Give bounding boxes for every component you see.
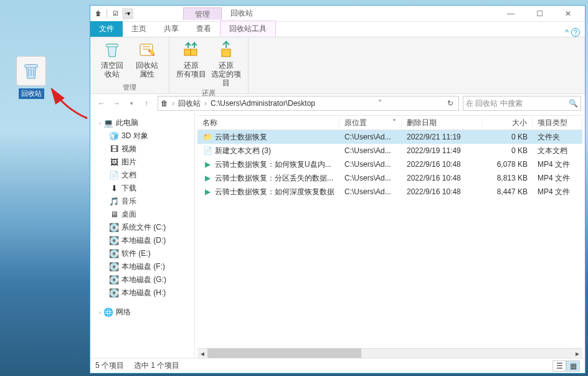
nav-recent-button[interactable]: ▾ [124,96,139,111]
tree-node[interactable]: 💽系统文件 (C:) [90,221,194,234]
recycle-bin-label: 回收站 [19,88,44,99]
tree-node-icon: ⬇ [109,184,119,194]
breadcrumb[interactable]: 回收站 [178,98,201,109]
table-row[interactable]: ▶云骑士数据恢复：分区丢失的数据...C:\Users\Ad...2022/9/… [197,171,582,185]
address-icon: 🗑 [161,99,168,108]
tree-node-label: 本地磁盘 (H:) [121,288,166,298]
file-list: 名称 原位置 ˅ 删除日期 大小 项目类型 📁云骑士数据恢复C:\Users\A… [195,113,585,358]
tree-node-label: 桌面 [121,209,136,220]
tree-node-label: 软件 (E:) [121,248,151,259]
tree-node-icon: 🎞 [109,144,119,154]
tree-node-label: 此电脑 [116,118,138,128]
tree-node-label: 图片 [121,157,136,167]
tree-node[interactable]: ›🌐网络 [90,306,194,319]
col-orig[interactable]: 原位置 ˅ [339,118,402,128]
refresh-button[interactable]: ↻ [445,99,456,108]
tree-node-label: 音乐 [121,196,136,207]
table-row[interactable]: 📄新建文本文档 (3)C:\Users\Ad...2022/9/19 11:49… [197,144,582,157]
address-dropdown[interactable]: ˅ [376,99,384,108]
nav-back-button[interactable]: ← [94,96,109,111]
tree-node-icon: 💽 [109,275,119,285]
table-row[interactable]: ▶云骑士数据恢复：如何恢复U盘内...C:\Users\Ad...2022/9/… [197,157,582,171]
file-icon: ▶ [202,173,212,183]
tree-node-label: 系统文件 (C:) [121,222,166,233]
tree-node[interactable]: 💽本地磁盘 (F:) [90,260,194,273]
tree-node[interactable]: 💽本地磁盘 (G:) [90,273,194,286]
column-headers: 名称 原位置 ˅ 删除日期 大小 项目类型 [197,115,582,130]
tree-node-icon: 🖼 [109,157,119,167]
status-count: 5 个项目 [95,360,124,371]
tree-node-icon: 💽 [109,223,119,233]
table-row[interactable]: 📁云骑士数据恢复C:\Users\Ad...2022/9/21 11:190 K… [197,130,582,144]
view-details-button[interactable]: ☰ [552,360,566,372]
scroll-left-icon[interactable]: ◂ [197,349,207,358]
tree-node[interactable]: 💽本地磁盘 (H:) [90,286,194,299]
ribbon-collapse[interactable]: ^ ? [565,28,580,37]
empty-bin-icon [102,40,122,60]
restore-all-button[interactable]: 还原 所有项目 [176,40,207,87]
bin-props-button[interactable]: 回收站 属性 [131,40,163,82]
desktop-recycle-bin[interactable]: 回收站 [12,56,50,99]
close-button[interactable]: ✕ [554,7,582,21]
address-bar-row: ← → ▾ ↑ 🗑 › 回收站 › C:\Users\Administrator… [90,94,585,113]
tree-node[interactable]: 🧊3D 对象 [90,129,194,143]
qat-icon-app[interactable]: 🗑 [93,8,104,19]
tree-node[interactable]: 💽软件 (E:) [90,247,194,260]
tree-node[interactable]: 📄文档 [90,169,194,182]
tree-node[interactable]: 🖼图片 [90,156,194,169]
qat-icon-undo[interactable]: ▫▾ [122,8,133,19]
bin-props-icon [137,40,157,60]
tree-node-icon: 💻 [103,118,113,128]
scroll-right-icon[interactable]: ▸ [572,349,582,358]
table-row[interactable]: ▶云骑士数据恢复：如何深度恢复数据C:\Users\Ad...2022/9/16… [197,185,582,199]
recycle-bin-icon [16,56,46,86]
tree-node[interactable]: ⬇下载 [90,182,194,195]
ribbon-body: 清空回 收站 回收站 属性 管理 还原 所有项目 还原 选定的项目 [90,37,585,94]
qat-icon-props[interactable]: ☑ [110,8,121,19]
search-input[interactable]: 在 回收站 中搜索 🔍 [463,96,581,111]
svg-rect-2 [191,49,197,55]
status-bar: 5 个项目 选中 1 个项目 ☰ ▦ [90,358,585,373]
tree-node[interactable]: ›💻此电脑 [90,116,194,129]
horizontal-scrollbar[interactable]: ◂ ▸ [197,348,582,358]
file-icon: ▶ [202,187,212,197]
ribbon-tabs: 文件 主页 共享 查看 回收站工具 ^ ? [90,22,585,37]
col-name[interactable]: 名称 [197,118,339,128]
nav-forward-button[interactable]: → [109,96,124,111]
col-del[interactable]: 删除日期 [402,118,483,128]
search-icon: 🔍 [569,99,578,108]
status-selected: 选中 1 个项目 [134,360,179,371]
col-size[interactable]: 大小 [483,118,533,128]
breadcrumb[interactable]: C:\Users\Administrator\Desktop [211,99,315,108]
empty-bin-button[interactable]: 清空回 收站 [97,40,128,82]
tree-node-icon: 📄 [109,171,119,181]
tree-node-icon: 🧊 [109,131,119,141]
tree-node[interactable]: 🎞视频 [90,143,194,156]
tree-node[interactable]: 🎵音乐 [90,195,194,208]
restore-selected-button[interactable]: 还原 选定的项目 [211,40,242,87]
tab-view[interactable]: 查看 [187,21,220,37]
tab-recycle-tools[interactable]: 回收站工具 [220,21,276,37]
col-type[interactable]: 项目类型 [533,118,582,128]
window-title: 回收站 [230,8,253,19]
tree-node-label: 网络 [116,307,131,317]
nav-tree[interactable]: ›💻此电脑🧊3D 对象🎞视频🖼图片📄文档⬇下载🎵音乐🖥桌面💽系统文件 (C:)💽… [90,113,195,358]
tree-node-label: 本地磁盘 (F:) [121,261,165,272]
tree-node-icon: 🌐 [103,308,113,317]
tree-node[interactable]: 🖥桌面 [90,208,194,221]
address-bar[interactable]: 🗑 › 回收站 › C:\Users\Administrator\Desktop… [158,96,459,111]
tree-node[interactable]: 💽本地磁盘 (D:) [90,234,194,247]
nav-up-button[interactable]: ↑ [139,96,154,111]
restore-all-icon [181,40,201,60]
tab-share[interactable]: 共享 [155,21,187,37]
tree-node-icon: 💽 [109,262,119,272]
tree-node-icon: 🎵 [109,197,119,207]
maximize-button[interactable]: ☐ [525,7,554,21]
tab-file[interactable]: 文件 [90,21,123,37]
tree-node-label: 本地磁盘 (G:) [121,275,166,285]
tree-node-icon: 💽 [109,288,119,298]
svg-rect-1 [184,49,191,55]
minimize-button[interactable]: — [496,7,525,21]
view-icons-button[interactable]: ▦ [566,360,580,372]
tab-home[interactable]: 主页 [123,21,155,37]
